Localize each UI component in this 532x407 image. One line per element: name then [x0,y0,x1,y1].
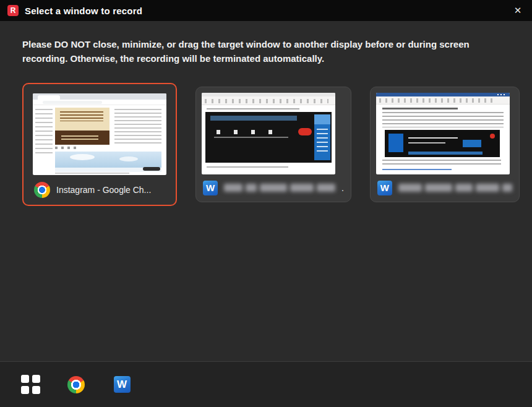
thumb1-browser-tab [38,95,60,100]
thumb3-screenshot-text-line [408,142,445,144]
filter-chrome-button[interactable] [62,371,90,399]
filter-word-button[interactable]: W [108,371,136,399]
word-icon: W [203,181,218,195]
thumb2-screenshot-toolbar [210,116,297,121]
thumb3-screenshot-blue-block [463,140,481,147]
redacted-caption-block [476,184,499,192]
word-icon: W [377,181,392,195]
window-caption-label: Instagram - Google Ch... [56,185,151,195]
window-title: Select a window to record [25,6,142,16]
blurred-caption [224,184,335,192]
thumb3-screenshot-blue-block [388,134,403,152]
thumb2-doc-text-line [207,166,288,168]
window-thumbnail-word-1 [202,93,335,174]
thumb2-record-button-shape [298,128,312,135]
thumb3-doc-paragraph [382,160,501,167]
thumb3-record-dot [490,134,495,139]
thumb3-doc-heading [382,108,458,109]
thumb1-photo-subtext [61,135,98,140]
caption-suffix: . [341,183,344,193]
titlebar[interactable]: R Select a window to record ✕ [0,0,532,21]
redacted-caption-block [246,184,257,192]
redacted-caption-block [260,184,287,192]
thumb1-message-pill [143,167,160,171]
redacted-caption-block [455,184,473,192]
thumb1-footer-text [55,173,129,174]
window-caption: W [376,174,513,202]
thumb3-ribbon-icons [379,98,497,103]
thumb3-doc-hyperlink-line [382,169,452,171]
filter-all-windows-button[interactable] [16,371,45,399]
thumb2-panel-text-lines [317,129,328,153]
app-filter-bar: W [0,361,532,407]
thumb1-action-icons [55,147,79,149]
window-caption: W . [202,174,345,202]
thumb2-doc-text-line [207,108,299,110]
thumb3-titlebar-controls [497,94,506,95]
word-icon: W [114,376,131,393]
thumb1-cloud-shape [119,156,138,161]
thumb3-screenshot-blue-bar [408,152,483,155]
warning-text: Please DO NOT close, minimize, or drag t… [22,37,507,66]
content-area: Please DO NOT close, minimize, or drag t… [0,21,532,361]
thumb3-doc-paragraph [382,112,504,127]
redacted-caption-block [502,184,512,192]
grid-icon [21,375,40,394]
thumb3-screenshot-text-line [408,137,458,139]
thumb2-screenshot-labels [214,137,288,138]
thumb1-sidebar-text [35,109,53,153]
window-card-word-2[interactable]: W [370,87,520,202]
close-icon[interactable]: ✕ [504,0,532,21]
thumb2-ribbon-icons [205,99,328,103]
thumb2-screenshot-icons [217,130,286,134]
redacted-caption-block [317,184,335,192]
thumb1-photo-caption-text [60,111,103,121]
blurred-caption [398,184,512,192]
window-thumbnail-word-2 [376,93,510,174]
window-thumbnail-list: Instagram - Google Ch... W [22,83,510,206]
window-card-chrome-instagram[interactable]: Instagram - Google Ch... [22,83,177,206]
thumb1-address-pill [43,101,102,104]
chrome-icon [67,376,85,393]
window-card-word-1[interactable]: W . [195,87,351,202]
thumb1-feed-text [114,109,161,145]
thumb1-cloud-shape [70,154,95,160]
chrome-icon [34,182,50,198]
redacted-caption-block [290,184,314,192]
redacted-caption-block [398,184,422,192]
window-caption: Instagram - Google Ch... [33,175,166,205]
redacted-caption-block [425,184,452,192]
window-thumbnail-chrome [33,93,166,175]
redacted-caption-block [224,184,242,192]
recorder-app-icon: R [7,5,19,16]
